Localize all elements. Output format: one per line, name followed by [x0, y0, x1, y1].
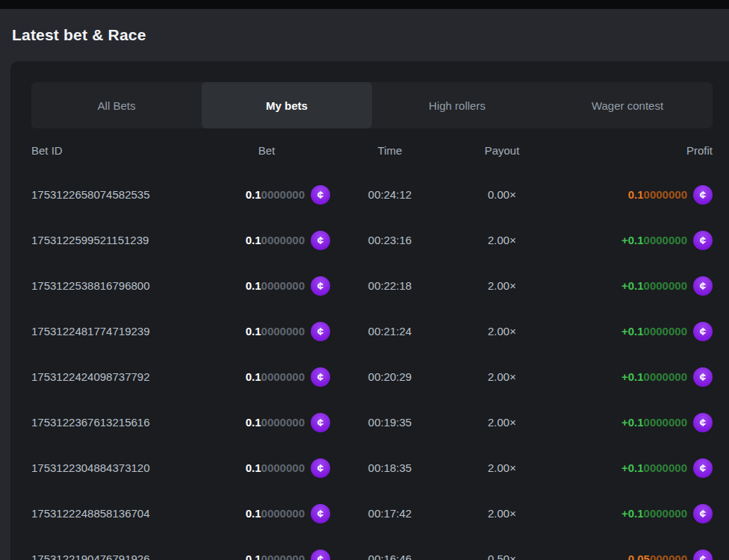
payout-multiplier: 2.00× [450, 370, 554, 383]
table-body: 17531226580745825350.10000000¢00:24:120.… [31, 172, 713, 560]
payout-multiplier: 0.00× [450, 188, 554, 201]
profit-amount: +0.10000000¢ [621, 504, 713, 523]
profit-amount: +0.10000000¢ [621, 322, 713, 341]
cent-coin-icon: ¢ [693, 458, 713, 478]
bet-amount: 0.10000000¢ [246, 322, 330, 341]
bet-time: 00:24:12 [330, 188, 450, 201]
bet-amount: 0.10000000¢ [246, 458, 330, 478]
bet-id: 1753122599521151239 [31, 234, 203, 246]
bet-amount: 0.10000000¢ [246, 550, 330, 560]
bet-time: 00:17:42 [330, 507, 450, 520]
profit-amount: +0.10000000¢ [621, 276, 713, 296]
table-row[interactable]: 17531222488581367040.10000000¢00:17:422.… [31, 491, 713, 536]
cent-coin-icon: ¢ [311, 458, 330, 478]
top-strip [0, 0, 729, 9]
payout-multiplier: 2.00× [450, 279, 554, 292]
cent-coin-icon: ¢ [311, 276, 330, 296]
table-row[interactable]: 17531221904767919260.10000000¢00:16:460.… [31, 536, 713, 560]
cent-coin-icon: ¢ [693, 367, 713, 387]
tab-all-bets[interactable]: All Bets [31, 82, 202, 128]
bet-id: 1753122367613215616 [31, 416, 203, 429]
bet-time: 00:20:29 [330, 370, 450, 383]
bet-id: 1753122424098737792 [31, 370, 203, 383]
bet-id: 1753122658074582535 [31, 188, 203, 201]
cent-coin-icon: ¢ [693, 231, 713, 250]
cent-coin-icon: ¢ [693, 322, 713, 341]
profit-amount: +0.10000000¢ [621, 458, 713, 478]
table-row[interactable]: 17531225388167968000.10000000¢00:22:182.… [31, 263, 713, 308]
bet-amount: 0.10000000¢ [246, 413, 330, 432]
col-header-bet: Bet [203, 144, 330, 157]
payout-multiplier: 2.00× [450, 507, 554, 520]
bet-amount: 0.10000000¢ [246, 367, 330, 387]
bet-time: 00:23:16 [330, 234, 450, 246]
table-row[interactable]: 17531225995211512390.10000000¢00:23:162.… [31, 217, 713, 263]
page-title: Latest bet & Race [12, 26, 146, 44]
bet-id: 1753122248858136704 [31, 507, 203, 520]
bet-amount: 0.10000000¢ [246, 504, 330, 523]
bet-id: 1753122538816796800 [31, 279, 203, 292]
col-header-time: Time [330, 144, 450, 157]
tab-bar: All BetsMy betsHigh rollersWager contest [31, 82, 713, 128]
tab-high-rollers[interactable]: High rollers [372, 82, 542, 128]
bet-time: 00:18:35 [330, 461, 450, 474]
payout-multiplier: 2.00× [450, 325, 554, 337]
section-header: Latest bet & Race [0, 9, 729, 61]
cent-coin-icon: ¢ [693, 413, 713, 432]
bet-time: 00:16:46 [330, 553, 450, 560]
profit-amount: +0.10000000¢ [621, 231, 713, 250]
cent-coin-icon: ¢ [693, 185, 713, 205]
cent-coin-icon: ¢ [311, 322, 330, 341]
table-row[interactable]: 17531226580745825350.10000000¢00:24:120.… [31, 172, 713, 217]
table-row[interactable]: 17531223048843731200.10000000¢00:18:352.… [31, 445, 713, 491]
cent-coin-icon: ¢ [311, 185, 330, 205]
col-header-bet-id: Bet ID [31, 144, 203, 157]
cent-coin-icon: ¢ [311, 413, 330, 432]
cent-coin-icon: ¢ [311, 504, 330, 523]
payout-multiplier: 2.00× [450, 416, 554, 429]
table-row[interactable]: 17531223676132156160.10000000¢00:19:352.… [31, 399, 713, 445]
bet-amount: 0.10000000¢ [246, 231, 330, 250]
profit-amount: +0.10000000¢ [621, 367, 713, 387]
bet-id: 1753122304884373120 [31, 461, 203, 474]
bets-panel: All BetsMy betsHigh rollersWager contest… [10, 61, 729, 560]
tab-wager-contest[interactable]: Wager contest [542, 82, 713, 128]
bet-id: 1753122190476791926 [31, 553, 203, 560]
tab-my-bets[interactable]: My bets [202, 82, 372, 128]
payout-multiplier: 2.00× [450, 234, 554, 246]
table-header-row: Bet ID Bet Time Payout Profit [31, 128, 713, 172]
cent-coin-icon: ¢ [311, 231, 330, 250]
bet-amount: 0.10000000¢ [246, 185, 330, 205]
bet-time: 00:22:18 [330, 279, 450, 292]
bet-id: 1753122481774719239 [31, 325, 203, 337]
cent-coin-icon: ¢ [693, 550, 713, 560]
cent-coin-icon: ¢ [693, 504, 713, 523]
bet-time: 00:21:24 [330, 325, 450, 337]
payout-multiplier: 0.50× [450, 553, 554, 560]
payout-multiplier: 2.00× [450, 461, 554, 474]
cent-coin-icon: ¢ [311, 367, 330, 387]
bet-time: 00:19:35 [330, 416, 450, 429]
profit-amount: +0.10000000¢ [621, 413, 713, 432]
table-row[interactable]: 17531224240987377920.10000000¢00:20:292.… [31, 354, 713, 399]
col-header-profit: Profit [554, 144, 713, 157]
table-row[interactable]: 17531224817747192390.10000000¢00:21:242.… [31, 308, 713, 354]
profit-amount: 0.05000000¢ [628, 550, 713, 560]
col-header-payout: Payout [450, 144, 554, 157]
cent-coin-icon: ¢ [311, 550, 330, 560]
bet-amount: 0.10000000¢ [246, 276, 330, 296]
cent-coin-icon: ¢ [693, 276, 713, 296]
profit-amount: 0.10000000¢ [628, 185, 713, 205]
